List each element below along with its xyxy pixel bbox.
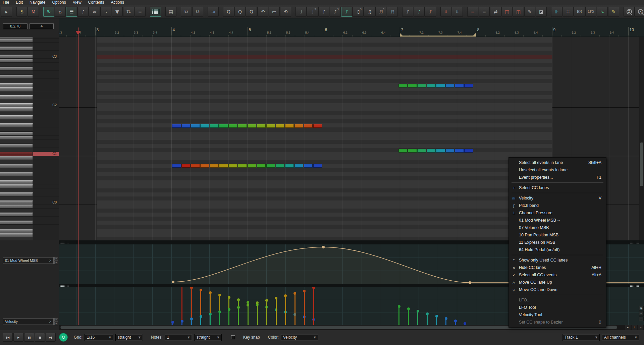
piano-key-surface[interactable]: [0, 95, 33, 99]
piano-key-surface[interactable]: [0, 200, 33, 204]
velocity-stem-dot[interactable]: [209, 291, 212, 294]
midi-note[interactable]: [304, 164, 313, 168]
piano-key-white[interactable]: [0, 213, 59, 217]
midi-note[interactable]: [238, 164, 247, 168]
velocity-stem-dot[interactable]: [464, 322, 466, 325]
velocity-stem[interactable]: [238, 307, 239, 325]
piano-key-surface[interactable]: [0, 47, 33, 50]
piano-keys[interactable]: C3C2C1C0: [0, 37, 59, 240]
piano-key-white[interactable]: [0, 172, 59, 176]
position-beat-field[interactable]: 4: [30, 23, 54, 29]
piano-key-surface[interactable]: [0, 51, 33, 55]
chevron-right-icon[interactable]: >: [49, 257, 51, 264]
time-selection-start-marker[interactable]: [400, 33, 404, 37]
cc-curve-point[interactable]: [469, 281, 471, 284]
velocity-stem[interactable]: [285, 296, 286, 325]
velocity-stem-dot[interactable]: [237, 306, 240, 309]
midi-note[interactable]: [427, 149, 436, 153]
vertical-scrollbar-thumb[interactable]: [640, 142, 643, 186]
midi-note[interactable]: [408, 84, 417, 88]
quantize-settings-icon[interactable]: Q: [234, 7, 246, 17]
piano-key-white[interactable]: [0, 156, 59, 160]
midi-note[interactable]: [257, 124, 266, 128]
go-to-end-button[interactable]: ▶▮: [46, 333, 56, 342]
doc-copy-up-icon[interactable]: ⧉: [192, 7, 203, 17]
piano-key-surface[interactable]: [0, 205, 33, 208]
note-grow-icon[interactable]: ♪: [402, 7, 413, 17]
cc-lane-selector-mod[interactable]: 01 Mod Wheel MSB >: [3, 257, 54, 264]
piano-key-surface[interactable]: [0, 156, 33, 160]
velocity-stem-dot[interactable]: [171, 321, 174, 324]
midi-note[interactable]: [408, 149, 417, 153]
midi-note[interactable]: [266, 164, 275, 168]
piano-key-surface[interactable]: [0, 91, 33, 95]
velocity-stem[interactable]: [417, 311, 418, 325]
insert-note-icon[interactable]: ⇥: [208, 7, 219, 17]
notation-icon[interactable]: ♪: [77, 7, 89, 17]
grid-shape-dropdown[interactable]: straight▼: [115, 334, 143, 341]
midi-note[interactable]: [304, 124, 313, 128]
velocity-stem-dot[interactable]: [445, 317, 447, 320]
stop-button[interactable]: ■: [35, 333, 45, 342]
cc-lane-selector-velocity[interactable]: Velocity >: [3, 318, 54, 325]
menu-item-07-volume-msb[interactable]: 07 Volume MSB: [509, 224, 606, 231]
velocity-stem-dot[interactable]: [293, 292, 296, 295]
piano-key-black[interactable]: [0, 51, 59, 55]
velocity-stem[interactable]: [248, 305, 249, 325]
midi-note[interactable]: [210, 124, 219, 128]
cc-lane-grow-button[interactable]: +: [54, 261, 58, 264]
piano-key-black[interactable]: [0, 71, 59, 75]
midi-note[interactable]: [313, 164, 322, 168]
notes-shape-dropdown[interactable]: straight▼: [194, 334, 222, 341]
velocity-stem-dot[interactable]: [247, 301, 249, 304]
velocity-stem-dot[interactable]: [228, 296, 230, 299]
lane-zoom-in-icon[interactable]: +: [639, 311, 644, 316]
midi-note[interactable]: [248, 124, 257, 128]
note-1-icon[interactable]: ♩: [296, 7, 307, 17]
piano-key-white[interactable]: [0, 83, 59, 87]
split-right-icon[interactable]: ◫: [513, 7, 524, 17]
midi-note[interactable]: [219, 164, 228, 168]
piano-key-surface[interactable]: [0, 221, 33, 224]
lfo-icon[interactable]: LFO: [585, 7, 596, 17]
piano-key-white[interactable]: [0, 164, 59, 168]
velocity-stem[interactable]: [313, 288, 314, 325]
velocity-stem[interactable]: [219, 312, 220, 325]
piano-key-black[interactable]: [0, 188, 59, 192]
midi-note[interactable]: [436, 149, 445, 153]
follow-icon[interactable]: ⁖: [100, 7, 111, 17]
piano-key-white[interactable]: C0: [0, 200, 59, 205]
piano-key-black[interactable]: [0, 237, 59, 240]
menu-item-show-only-used-cc-lanes[interactable]: *Show only Used CC lanes: [509, 256, 606, 264]
midi-note[interactable]: [266, 124, 275, 128]
piano-key-black[interactable]: [0, 99, 59, 103]
piano-key-white[interactable]: [0, 47, 59, 51]
grid-accent-icon[interactable]: ⌗: [452, 7, 463, 17]
scroll-right-icon[interactable]: ▸: [625, 325, 631, 330]
velocity-stem[interactable]: [181, 287, 182, 325]
piano-key-surface[interactable]: [0, 225, 33, 229]
piano-key-surface[interactable]: [0, 43, 33, 47]
midi-note[interactable]: [417, 149, 426, 153]
piano-key-white[interactable]: C1: [0, 152, 59, 156]
piano-key-surface[interactable]: [0, 184, 33, 188]
piano-key-surface[interactable]: [0, 229, 33, 233]
midi-note[interactable]: [248, 164, 257, 168]
split-left-icon[interactable]: ◫: [501, 7, 513, 17]
midi-note[interactable]: [455, 84, 464, 88]
piano-key-black[interactable]: [0, 79, 59, 83]
velocity-stem-dot[interactable]: [275, 297, 277, 299]
menu-item-select-cc-lanes[interactable]: +Select CC lanes: [509, 184, 606, 191]
menu-item-move-cc-lane-up[interactable]: △Move CC lane Up: [509, 279, 606, 286]
note-legato-icon[interactable]: ♪: [425, 7, 436, 17]
piano-key-surface[interactable]: [0, 168, 33, 172]
piano-key-surface[interactable]: [0, 79, 33, 83]
menu-file[interactable]: File: [0, 0, 12, 5]
position-time-field[interactable]: 8.2.78: [3, 23, 28, 29]
midi-note[interactable]: [172, 164, 181, 168]
zoom-out-icon[interactable]: −: [638, 325, 643, 330]
menu-item-hide-cc-lanes[interactable]: ×Hide CC lanesAlt+H: [509, 264, 606, 271]
piano-key-black[interactable]: [0, 176, 59, 180]
piano-key-surface[interactable]: [0, 144, 33, 148]
move-left-icon[interactable]: ≡: [467, 7, 478, 17]
